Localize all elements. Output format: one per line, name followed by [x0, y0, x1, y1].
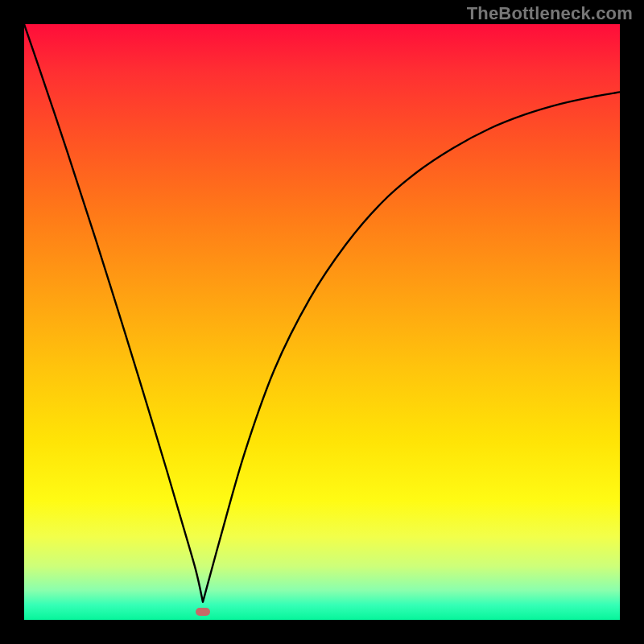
curve-path — [24, 24, 620, 602]
watermark-text: TheBottleneck.com — [467, 3, 633, 24]
curve-svg — [24, 24, 620, 620]
minimum-marker — [196, 608, 210, 616]
chart-frame: TheBottleneck.com — [0, 0, 644, 644]
plot-area — [24, 24, 620, 620]
